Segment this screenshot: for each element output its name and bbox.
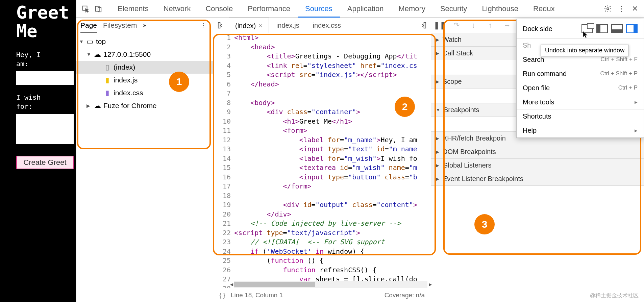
settings-icon[interactable]	[601, 2, 614, 15]
dock-right-button[interactable]	[626, 24, 638, 33]
step-out-icon[interactable]: ↑	[485, 20, 495, 30]
cursor-position: Line 18, Column 1	[231, 292, 283, 299]
devtools-tab-performance[interactable]: Performance	[240, 0, 298, 18]
editor-tab-indexjs[interactable]: index.js	[270, 18, 305, 33]
code-editor: (index)× index.js index.css 123456789101…	[213, 18, 431, 302]
annotation-badge-1: 1	[169, 72, 189, 92]
editor-tab-indexcss[interactable]: index.css	[307, 18, 347, 33]
svg-rect-5	[424, 22, 426, 28]
create-greet-button[interactable]: Create Greet	[16, 156, 74, 169]
tree-node-top[interactable]: ▼▭top	[76, 35, 213, 48]
tree-node-ext[interactable]: ▶☁Fuze for Chrome	[76, 99, 213, 112]
menu-item-shortcuts[interactable]: Shortcuts	[517, 109, 644, 123]
menu-item-help[interactable]: Help▸	[517, 123, 644, 137]
label-name: Hey, Iam:	[16, 50, 76, 69]
close-devtools-icon[interactable]: ✕	[628, 2, 641, 15]
editor-nav-right-icon[interactable]	[417, 19, 429, 31]
file-tree: ▼▭top ▼☁127.0.0.1:5500 ▯(index) ▮index.j…	[76, 33, 213, 114]
tree-file-index[interactable]: ▯(index)	[76, 61, 213, 74]
dock-bottom-button[interactable]	[611, 24, 623, 33]
pause-icon[interactable]: ❚❚	[435, 20, 445, 30]
dock-side-row: Dock side	[517, 19, 644, 38]
dock-left-button[interactable]	[596, 24, 608, 33]
line-gutter: 1234567891011121314151617181920212223242…	[213, 33, 234, 288]
navigator-menu-icon[interactable]: ⋮	[199, 22, 209, 28]
js-file-icon: ▮	[104, 77, 111, 83]
page-title: GreetMe	[16, 3, 76, 40]
close-tab-icon[interactable]: ×	[258, 22, 263, 29]
scroll-thumb[interactable]	[234, 282, 315, 287]
file-navigator: Page Filesystem » ⋮ ▼▭top ▼☁127.0.0.1:55…	[76, 18, 213, 302]
embedded-page: GreetMe Hey, Iam: I wishfor: Create Gree…	[0, 0, 76, 302]
inspect-element-icon[interactable]	[79, 2, 92, 15]
dock-undock-button[interactable]	[581, 24, 593, 33]
annotation-badge-2: 2	[395, 97, 415, 117]
watermark: @稀土掘金技术社区	[590, 292, 639, 299]
editor-tab-index[interactable]: (index)×	[229, 18, 269, 33]
step-over-icon[interactable]: ↷	[451, 20, 462, 30]
devtools-tab-console[interactable]: Console	[198, 0, 240, 18]
devtools-tab-lighthouse[interactable]: Lighthouse	[474, 0, 526, 18]
devtools-tab-security[interactable]: Security	[433, 0, 474, 18]
name-input[interactable]	[16, 71, 74, 85]
cloud-icon: ☁	[94, 51, 101, 58]
step-into-icon[interactable]: ↓	[468, 20, 478, 30]
menu-item-more-tools[interactable]: More tools▸	[517, 95, 644, 109]
editor-statusbar: { } Line 18, Column 1 Coverage: n/a	[213, 288, 431, 302]
menu-item-open-file[interactable]: Open fileCtrl + P	[517, 81, 644, 95]
annotation-badge-3: 3	[474, 214, 495, 234]
debugger-section-event-listener-breakpoints[interactable]: ▶Event Listener Breakpoints	[431, 172, 644, 186]
dock-tooltip: Undock into separate window	[541, 45, 629, 56]
devtools-tab-network[interactable]: Network	[156, 0, 198, 18]
dock-side-label: Dock side	[523, 25, 552, 33]
debugger-section-global-listeners[interactable]: ▶Global Listeners	[431, 159, 644, 172]
menu-item-run-command[interactable]: Run commandCtrl + Shift + P	[517, 67, 644, 81]
devtools-tabbar: ElementsNetworkConsolePerformanceSources…	[76, 0, 644, 18]
wish-textarea[interactable]	[16, 114, 74, 144]
scroll-left-icon[interactable]: ◀	[228, 281, 235, 288]
svg-rect-4	[218, 22, 220, 28]
device-toolbar-icon[interactable]	[92, 2, 105, 15]
devtools-tab-application[interactable]: Application	[340, 0, 391, 18]
code-area[interactable]: 1234567891011121314151617181920212223242…	[213, 33, 431, 288]
tree-node-host[interactable]: ▼☁127.0.0.1:5500	[76, 48, 213, 61]
debugger-section-dom-breakpoints[interactable]: ▶DOM Breakpoints	[431, 145, 644, 159]
editor-nav-left-icon[interactable]	[215, 19, 227, 31]
devtools-tab-elements[interactable]: Elements	[110, 0, 156, 18]
editor-hscrollbar[interactable]: ◀ ▶	[234, 281, 427, 288]
devtools-tab-sources[interactable]: Sources	[298, 0, 340, 18]
devtools-main-menu: Dock side Sh SearchCtrl + Shift + F Run …	[516, 19, 644, 138]
file-icon: ▯	[104, 64, 111, 71]
svg-rect-1	[96, 6, 99, 11]
tree-file-indexjs[interactable]: ▮index.js	[76, 74, 213, 86]
cloud-icon: ☁	[94, 102, 101, 109]
devtools-tab-memory[interactable]: Memory	[391, 0, 432, 18]
tree-file-indexcss[interactable]: ▮index.css	[76, 86, 213, 99]
navigator-tab-page[interactable]: Page	[80, 18, 97, 33]
devtools-tab-redux[interactable]: Redux	[526, 0, 562, 18]
step-icon[interactable]: →	[502, 20, 512, 30]
label-wish: I wishfor:	[16, 93, 76, 111]
pretty-print-icon[interactable]: { }	[219, 292, 225, 299]
navigator-overflow-icon[interactable]: »	[143, 22, 146, 28]
svg-point-3	[607, 8, 609, 10]
more-menu-icon[interactable]: ⋮	[615, 2, 628, 15]
coverage-status: Coverage: n/a	[385, 292, 425, 299]
navigator-tab-filesystem[interactable]: Filesystem	[103, 18, 137, 33]
css-file-icon: ▮	[104, 90, 111, 96]
